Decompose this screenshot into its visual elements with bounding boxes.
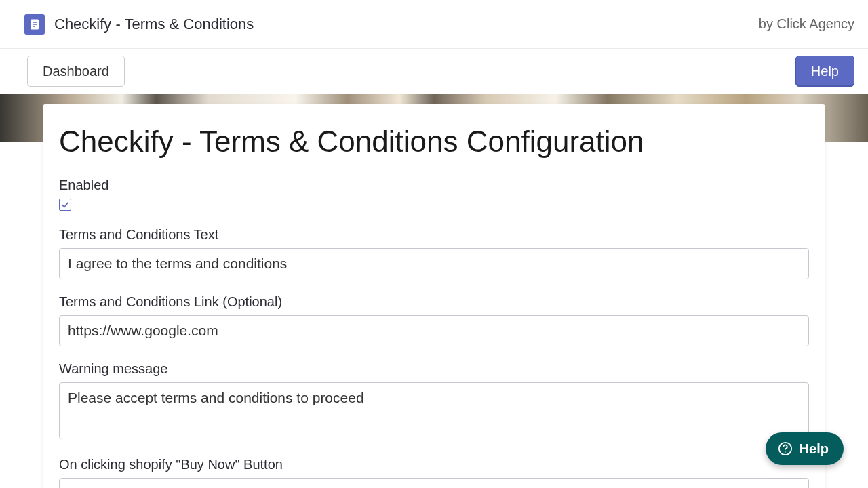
svg-point-2 [785,451,785,452]
navbar: Dashboard Help [0,49,868,94]
page-title: Checkify - Terms & Conditions Configurat… [59,125,809,159]
enabled-field: Enabled [59,178,809,212]
enabled-label: Enabled [59,178,809,193]
terms-text-label: Terms and Conditions Text [59,227,809,243]
help-button[interactable]: Help [795,56,854,87]
warning-textarea[interactable] [59,382,809,439]
floating-help-button[interactable]: Help [766,432,844,465]
terms-link-field: Terms and Conditions Link (Optional) [59,294,809,346]
by-line: by Click Agency [759,16,854,32]
topbar: Checkify - Terms & Conditions by Click A… [0,0,868,49]
warning-field: Warning message [59,361,809,442]
terms-text-field: Terms and Conditions Text [59,227,809,279]
buy-now-label: On clicking shopify "Buy Now" Button [59,457,809,472]
terms-text-input[interactable] [59,248,809,279]
app-title: Checkify - Terms & Conditions [54,16,254,33]
help-circle-icon [778,441,793,456]
buy-now-select[interactable] [59,478,809,488]
app-logo-icon [24,14,45,35]
terms-link-input[interactable] [59,315,809,346]
enabled-checkbox[interactable] [59,199,71,211]
warning-label: Warning message [59,361,809,377]
config-card: Checkify - Terms & Conditions Configurat… [43,104,825,488]
floating-help-label: Help [800,441,829,457]
dashboard-button[interactable]: Dashboard [27,56,125,87]
buy-now-field: On clicking shopify "Buy Now" Button [59,457,809,488]
terms-link-label: Terms and Conditions Link (Optional) [59,294,809,310]
